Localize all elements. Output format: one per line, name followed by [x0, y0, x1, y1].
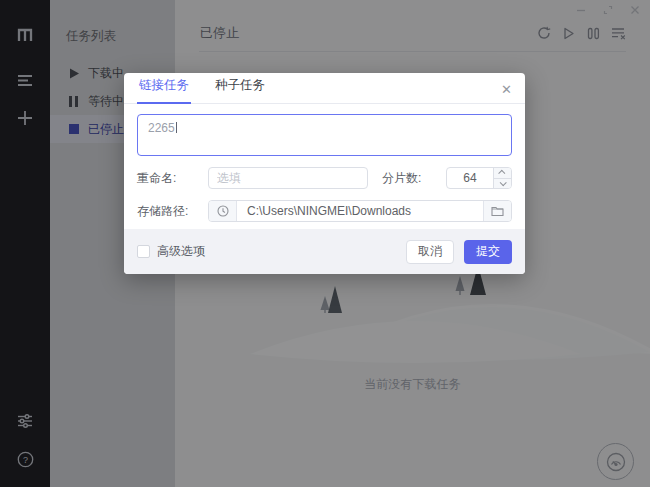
- links-value: 2265: [148, 121, 175, 135]
- path-input-group: C:\Users\NINGMEI\Downloads: [208, 200, 512, 222]
- path-input[interactable]: C:\Users\NINGMEI\Downloads: [237, 201, 483, 221]
- chevron-down-icon: [500, 179, 507, 186]
- splits-value: 64: [447, 168, 493, 188]
- add-task-dialog: 链接任务 种子任务 ✕ 2265 重命名: 分片数: 64 存储路径:: [124, 73, 525, 274]
- browse-folder-button[interactable]: [483, 201, 511, 221]
- chevron-up-icon: [498, 170, 505, 177]
- advanced-options-checkbox[interactable]: 高级选项: [137, 243, 205, 260]
- rename-input[interactable]: [208, 167, 368, 189]
- tab-torrent-task[interactable]: 种子任务: [213, 77, 267, 104]
- submit-button[interactable]: 提交: [464, 240, 512, 264]
- splits-spinner: [493, 168, 511, 188]
- rename-splits-row: 重命名: 分片数: 64: [137, 167, 512, 189]
- spinner-down-button[interactable]: [494, 179, 511, 189]
- rename-label: 重命名:: [137, 170, 208, 187]
- dialog-body: 2265 重命名: 分片数: 64 存储路径:: [124, 104, 525, 222]
- checkbox-box: [137, 245, 150, 258]
- links-textarea[interactable]: 2265: [137, 114, 512, 156]
- advanced-options-label: 高级选项: [157, 243, 205, 260]
- dialog-tabs: 链接任务 种子任务 ✕: [124, 73, 525, 104]
- splits-label: 分片数:: [382, 170, 430, 187]
- path-row: 存储路径: C:\Users\NINGMEI\Downloads: [137, 200, 512, 222]
- app-window: ? 任务列表 下载中 等待中 已停止: [0, 0, 650, 487]
- close-dialog-icon[interactable]: ✕: [501, 83, 512, 96]
- spinner-up-button[interactable]: [494, 168, 511, 179]
- cancel-button[interactable]: 取消: [406, 240, 454, 264]
- text-caret: [176, 122, 177, 133]
- path-label: 存储路径:: [137, 203, 208, 220]
- splits-number-input[interactable]: 64: [446, 167, 512, 189]
- tab-link-task[interactable]: 链接任务: [137, 77, 191, 104]
- dialog-footer: 高级选项 取消 提交: [124, 229, 525, 274]
- path-history-button[interactable]: [209, 201, 237, 221]
